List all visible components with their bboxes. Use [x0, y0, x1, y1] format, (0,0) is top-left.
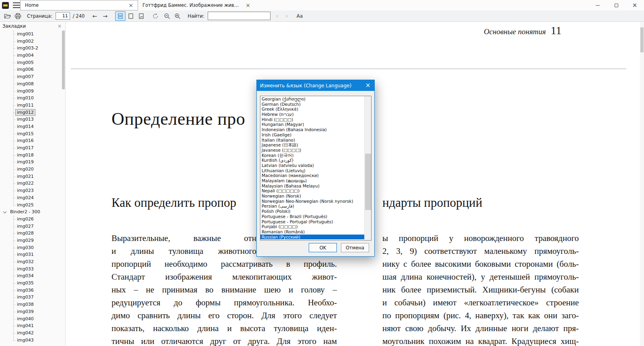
language-option[interactable]: Norwegian (Norsk) — [260, 194, 364, 199]
language-option[interactable]: German (Deutsch) — [260, 102, 364, 107]
language-option[interactable]: Nepali (□□□□□) — [260, 188, 364, 194]
bookmark-item[interactable]: img027 — [0, 223, 62, 230]
tab-close-icon[interactable]: × — [244, 2, 252, 8]
dialog-close-icon[interactable]: × — [361, 80, 374, 91]
language-option[interactable]: Latvian (latviešu valoda) — [260, 163, 364, 168]
bookmark-item[interactable]: img016 — [0, 137, 62, 144]
sidebar-scrollbar[interactable] — [62, 31, 65, 89]
single-page-view-button[interactable] — [126, 11, 136, 21]
language-option[interactable]: Russian (Русский) — [260, 235, 364, 240]
scrollbar-thumb[interactable] — [640, 27, 644, 52]
scrollbar-thumb[interactable] — [365, 154, 371, 210]
bookmark-item[interactable]: img010 — [0, 95, 62, 102]
bookmark-item[interactable]: img042 — [0, 330, 62, 337]
continuous-view-button[interactable] — [115, 11, 126, 21]
bookmark-item[interactable]: img033 — [0, 266, 62, 273]
bookmark-item[interactable]: img030 — [0, 244, 62, 251]
language-option[interactable]: Lithuanian (Lietuvių) — [260, 168, 364, 173]
bookmark-item[interactable]: img023 — [0, 187, 62, 194]
bookmark-item[interactable]: img019 — [0, 159, 62, 166]
bookmark-item[interactable]: img029 — [0, 237, 62, 244]
bookmark-item[interactable]: img004 — [0, 52, 62, 59]
find-prev-button[interactable]: ‹ — [274, 11, 281, 21]
forward-button[interactable]: → — [100, 11, 110, 21]
language-option[interactable]: Persian (فارسی) — [260, 204, 364, 209]
language-option[interactable]: Hindi (□□□□) — [260, 117, 364, 122]
bookmark-item[interactable]: img028 — [0, 230, 62, 237]
bookmark-item[interactable]: img011 — [0, 102, 62, 109]
bookmark-item[interactable]: img040 — [0, 315, 62, 323]
bookmark-item[interactable]: img020 — [0, 166, 62, 173]
rotate-button[interactable] — [150, 11, 161, 21]
bookmark-item[interactable]: img034 — [0, 272, 62, 280]
print-button[interactable] — [12, 11, 23, 21]
bookmark-item[interactable]: img003-2 — [0, 45, 62, 52]
find-next-button[interactable]: › — [283, 11, 291, 21]
language-option[interactable]: Portuguese - Brazil (Português) — [260, 214, 364, 219]
language-option[interactable]: Norwegian Neo-Norwegian (Norsk nynorsk) — [260, 199, 364, 204]
bookmark-item[interactable]: img007 — [0, 73, 62, 80]
ok-button[interactable]: OK — [309, 243, 337, 252]
page-input[interactable] — [56, 12, 70, 20]
language-option[interactable]: Korean (한국어) — [260, 153, 364, 158]
book-view-button[interactable] — [136, 11, 147, 21]
language-option[interactable]: Macedonian (македонски) — [260, 173, 364, 178]
bookmark-item[interactable]: img006 — [0, 66, 62, 73]
language-option[interactable]: Polish (Polski) — [260, 209, 364, 214]
language-list-scrollbar[interactable] — [364, 96, 371, 240]
language-option[interactable]: Japanese (日本語) — [260, 142, 364, 148]
menu-icon[interactable] — [13, 2, 20, 8]
bookmark-item[interactable]: img024 — [0, 194, 62, 202]
app-logo-icon[interactable] — [2, 2, 9, 9]
minimize-button[interactable] — [588, 0, 607, 10]
language-option[interactable]: Irish (Gaeilge) — [260, 132, 364, 138]
language-option[interactable]: Hebrew (עברית) — [260, 112, 364, 117]
bookmark-item[interactable]: img035 — [0, 280, 62, 287]
dialog-titlebar[interactable]: Изменить &язык (Change Language) × — [257, 80, 374, 91]
language-option[interactable]: Georgian (ქართული) — [260, 97, 364, 102]
close-button[interactable]: × — [625, 0, 644, 10]
bookmark-item[interactable]: img008 — [0, 80, 62, 88]
open-file-button[interactable] — [2, 11, 12, 21]
language-option[interactable]: Punjabi (□□□□) — [260, 224, 364, 229]
language-option[interactable]: Romanian (Română) — [260, 229, 364, 235]
bookmark-item[interactable]: img022 — [0, 180, 62, 187]
language-option[interactable]: Portuguese - Portugal (Português) — [260, 219, 364, 224]
bookmark-item[interactable]: img002 — [0, 38, 62, 45]
bookmark-item[interactable]: img005 — [0, 59, 62, 66]
bookmark-item[interactable]: img039 — [0, 308, 62, 315]
bookmark-item[interactable]: img009 — [0, 88, 62, 95]
document-scrollbar[interactable] — [640, 22, 644, 346]
tab-close-icon[interactable]: × — [127, 2, 134, 8]
bookmark-item[interactable]: img013 — [0, 116, 62, 123]
cancel-button[interactable]: Отмена — [341, 243, 369, 252]
bookmark-item[interactable]: img043 — [0, 337, 62, 344]
bookmark-item[interactable]: img018 — [0, 152, 62, 159]
bookmark-item[interactable]: img025 — [0, 202, 62, 209]
bookmark-item[interactable]: img032 — [0, 258, 62, 266]
bookmark-item[interactable]: img001 — [0, 31, 62, 38]
bookmark-item[interactable]: img026 — [0, 216, 62, 223]
language-option[interactable]: Greek (Ελληνικά) — [260, 107, 364, 112]
tab-home[interactable]: Home × — [20, 0, 138, 10]
language-option[interactable]: Italian (Italiano) — [260, 138, 364, 143]
language-option[interactable]: Javanese (□□□□) — [260, 148, 364, 153]
match-case-button[interactable]: Aa — [295, 11, 305, 21]
bookmark-item[interactable]: img037 — [0, 294, 62, 301]
bookmark-item[interactable]: img038 — [0, 301, 62, 308]
language-option[interactable]: Indonesian (Bahasa Indonesia) — [260, 127, 364, 132]
bookmark-item[interactable]: img012 — [0, 109, 62, 116]
bookmark-item[interactable]: img031 — [0, 251, 62, 258]
bookmark-item[interactable]: img021 — [0, 173, 62, 180]
find-input[interactable] — [208, 12, 270, 20]
bookmark-item[interactable]: img015 — [0, 130, 62, 138]
bookmark-binder[interactable]: Binder2 - 300 — [0, 208, 62, 216]
bookmark-item[interactable]: img036 — [0, 287, 62, 294]
language-option[interactable]: Kurdish (كوردی) — [260, 158, 364, 163]
language-option[interactable]: Malaysian (Bahasa Melayu) — [260, 183, 364, 189]
back-button[interactable]: ← — [89, 11, 100, 21]
tab-document[interactable]: Готтфрид Баммес. Изображение животных (2… — [138, 0, 255, 10]
bookmark-item[interactable]: img014 — [0, 123, 62, 130]
bookmarks-close-icon[interactable]: × — [56, 23, 63, 29]
maximize-button[interactable] — [607, 0, 625, 10]
